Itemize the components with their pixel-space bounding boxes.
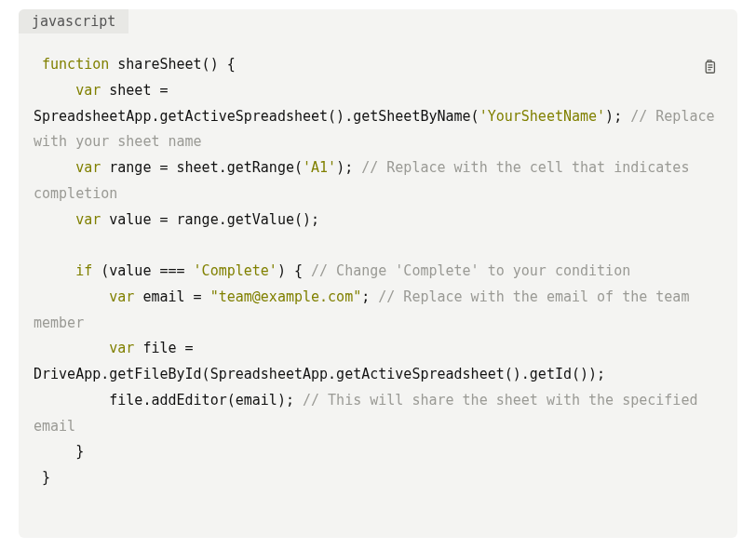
code-token: var	[75, 82, 101, 99]
code-token	[34, 340, 109, 356]
code-token: function	[42, 56, 109, 73]
code-content: function shareSheet() { var sheet = Spre…	[19, 33, 737, 538]
code-token: var	[75, 159, 101, 176]
code-token: var	[75, 211, 101, 228]
page-root: javascript function shareSheet() { var s…	[0, 0, 756, 549]
code-token	[34, 159, 75, 176]
code-token: 'YourSheetName'	[479, 108, 605, 125]
code-token	[34, 288, 109, 305]
code-token: var	[109, 288, 134, 305]
copy-button[interactable]	[700, 58, 721, 78]
code-token: 'Complete'	[194, 262, 277, 279]
code-token: email =	[134, 288, 209, 305]
code-token: sheet = SpreadsheetApp.getActiveSpreadsh…	[34, 82, 479, 125]
code-token: 'A1'	[303, 159, 336, 176]
code-token	[34, 211, 75, 228]
code-token: range = sheet.getRange(	[101, 159, 303, 176]
code-token: } }	[34, 443, 84, 486]
language-tag: javascript	[19, 9, 128, 33]
code-token: ) {	[277, 262, 311, 279]
code-token: var	[109, 340, 134, 356]
clipboard-icon	[700, 58, 721, 76]
code-inner: function shareSheet() { var sheet = Spre…	[34, 56, 723, 486]
code-token: "team@example.com"	[210, 288, 362, 305]
code-token: // Change 'Complete' to your condition	[311, 262, 630, 279]
code-token: (value ===	[92, 262, 193, 279]
code-block: javascript function shareSheet() { var s…	[19, 9, 737, 538]
code-token: if	[75, 262, 92, 279]
code-token: );	[336, 159, 361, 176]
code-token: );	[605, 108, 630, 125]
code-token: ;	[361, 288, 378, 305]
code-token	[34, 56, 42, 73]
